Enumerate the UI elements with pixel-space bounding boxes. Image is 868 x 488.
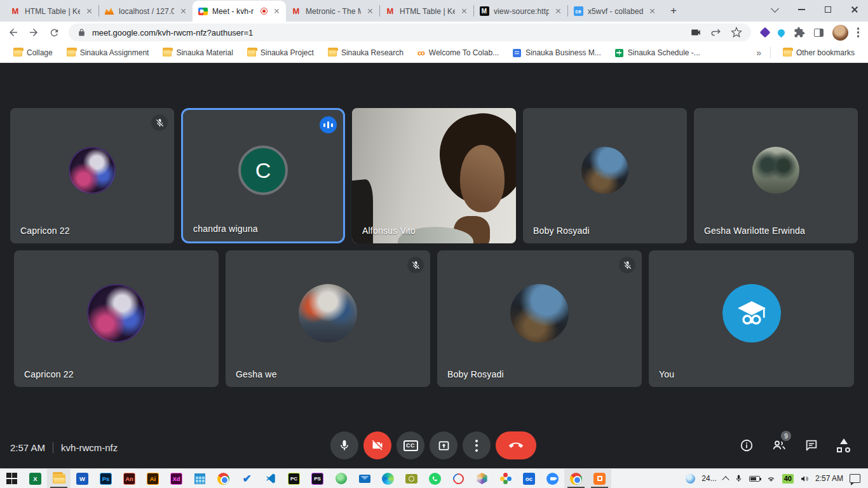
- participant-tile-capricon22-2[interactable]: Capricon 22: [14, 250, 219, 387]
- temperature-text[interactable]: 24...: [702, 474, 716, 483]
- extension-drop-icon[interactable]: [776, 27, 786, 37]
- profile-avatar[interactable]: [832, 25, 848, 41]
- taskbar-hexagon-app[interactable]: [470, 469, 494, 488]
- browser-menu-icon[interactable]: [857, 27, 860, 37]
- taskbar-red-app[interactable]: [447, 469, 470, 488]
- taskbar-chrome-2[interactable]: [564, 469, 588, 488]
- window-minimize-button[interactable]: [788, 0, 815, 19]
- forward-button[interactable]: [24, 23, 43, 42]
- tray-mic-icon[interactable]: [735, 474, 743, 483]
- participant-tile-chandra[interactable]: C chandra wiguna: [181, 108, 345, 243]
- camera-off-button[interactable]: [363, 431, 391, 459]
- tab-meet-active[interactable]: Meet - kvh-r: [193, 1, 286, 22]
- taskbar-file-explorer[interactable]: [47, 469, 71, 488]
- battery-icon[interactable]: [749, 476, 760, 482]
- taskbar-whatsapp[interactable]: [423, 469, 447, 488]
- microphone-button[interactable]: [330, 431, 358, 459]
- taskbar-opencart[interactable]: oc: [517, 469, 541, 488]
- bookmarks-overflow-chevron[interactable]: »: [752, 48, 765, 58]
- activities-button[interactable]: [836, 438, 851, 453]
- tab-html-table-1[interactable]: M HTML Table | Kee: [5, 1, 98, 22]
- chat-button[interactable]: [804, 438, 819, 453]
- tab-close-icon[interactable]: [272, 7, 281, 16]
- start-button[interactable]: [0, 469, 24, 488]
- taskbar-clock[interactable]: 2:57 AM: [815, 474, 843, 483]
- bookmark-star-icon[interactable]: [731, 27, 742, 38]
- participant-count-badge: 9: [781, 431, 791, 441]
- other-bookmarks-folder[interactable]: Other bookmarks: [776, 45, 862, 60]
- weather-icon[interactable]: [686, 474, 695, 484]
- taskbar-word[interactable]: W: [71, 469, 94, 488]
- back-button[interactable]: [4, 23, 23, 42]
- participant-tile-gesha-we[interactable]: Gesha we: [226, 250, 430, 387]
- participant-tile-you[interactable]: You: [649, 250, 854, 387]
- taskbar-flower-app[interactable]: [494, 469, 517, 488]
- bookmark-sinauka-research[interactable]: Sinauka Research: [321, 45, 410, 60]
- taskbar-animate[interactable]: An: [118, 469, 141, 488]
- new-tab-button[interactable]: +: [665, 3, 682, 19]
- taskbar-calendar[interactable]: [188, 469, 212, 488]
- tab-close-icon[interactable]: [648, 7, 656, 16]
- taskbar-chrome[interactable]: [212, 469, 235, 488]
- taskbar-pycharm[interactable]: PC: [282, 469, 306, 488]
- extensions-puzzle-icon[interactable]: [794, 27, 805, 38]
- bookmark-welcome-colab[interactable]: co Welcome To Colab...: [410, 45, 506, 60]
- camera-in-use-icon[interactable]: [690, 27, 702, 38]
- meeting-details-button[interactable]: [739, 438, 754, 453]
- taskbar-xd[interactable]: Xd: [165, 469, 188, 488]
- side-panel-icon[interactable]: [814, 29, 824, 37]
- taskbar-edge[interactable]: [376, 469, 400, 488]
- address-bar[interactable]: meet.google.com/kvh-rwcm-nfz?authuser=1: [69, 24, 751, 41]
- tab-close-icon[interactable]: [365, 7, 374, 16]
- tab-collabedit[interactable]: ce x5wvf - collabedi: [568, 1, 661, 22]
- hidden-icons-chevron[interactable]: [722, 476, 729, 483]
- participant-tile-gesha-w[interactable]: Gesha Warilotte Erwinda: [694, 108, 858, 243]
- tab-metronic[interactable]: M Metronic - The M: [286, 1, 379, 22]
- taskbar-screenshot-app[interactable]: [400, 469, 423, 488]
- extension-diamond-icon[interactable]: [759, 27, 770, 38]
- bookmark-sinauka-project[interactable]: Sinauka Project: [240, 45, 321, 60]
- wifi-icon[interactable]: [766, 475, 776, 482]
- bookmark-sinauka-schedule[interactable]: Sinauka Schedule -...: [608, 45, 707, 60]
- taskbar-excel[interactable]: X: [24, 469, 47, 488]
- leave-call-button[interactable]: [496, 431, 536, 459]
- taskbar-xampp[interactable]: [588, 469, 611, 488]
- bookmark-sinauka-assignment[interactable]: Sinauka Assignment: [60, 45, 156, 60]
- participant-tile-capricon22[interactable]: Capricon 22: [10, 108, 174, 243]
- bookmark-sinauka-material[interactable]: Sinauka Material: [156, 45, 240, 60]
- taskbar-illustrator[interactable]: Ai: [141, 469, 165, 488]
- tab-close-icon[interactable]: [553, 7, 562, 16]
- tab-close-icon[interactable]: [179, 7, 187, 16]
- present-button[interactable]: [430, 431, 458, 459]
- action-center-icon[interactable]: [850, 474, 860, 483]
- participant-tile-alfonsus[interactable]: Alfonsus Vito: [352, 108, 516, 243]
- chrome-icon: [217, 473, 229, 485]
- taskbar-mail[interactable]: [353, 469, 376, 488]
- xampp-icon: [593, 473, 606, 485]
- tab-html-table-2[interactable]: M HTML Table | Kee: [380, 1, 473, 22]
- tab-close-icon[interactable]: [459, 7, 468, 16]
- reload-button[interactable]: [44, 23, 64, 42]
- participant-tile-boby[interactable]: Boby Rosyadi: [523, 108, 687, 243]
- tab-view-source[interactable]: M view-source:http: [474, 1, 567, 22]
- more-options-button[interactable]: [463, 431, 491, 459]
- taskbar-zoom[interactable]: [541, 469, 564, 488]
- show-people-button[interactable]: 9: [771, 438, 787, 453]
- captions-button[interactable]: CC: [397, 431, 424, 459]
- taskbar-phpstorm[interactable]: PS: [306, 469, 329, 488]
- share-icon[interactable]: [710, 27, 722, 38]
- taskbar-green-app[interactable]: [329, 469, 353, 488]
- tab-search-chevron-icon[interactable]: [761, 0, 788, 19]
- taskbar-check-app[interactable]: ✔: [235, 469, 259, 488]
- taskbar-photoshop[interactable]: Ps: [94, 469, 118, 488]
- tab-localhost[interactable]: localhost / 127.0.: [99, 1, 193, 22]
- window-maximize-button[interactable]: [815, 0, 841, 19]
- volume-icon[interactable]: [800, 475, 809, 483]
- taskbar-vscode[interactable]: [259, 469, 282, 488]
- participant-tile-boby-2[interactable]: Boby Rosyadi: [437, 250, 642, 387]
- bookmark-collage[interactable]: Collage: [6, 45, 60, 60]
- battery-percent-badge[interactable]: 40: [782, 474, 794, 484]
- bookmark-sinauka-business[interactable]: Sinauka Business M...: [506, 45, 608, 60]
- window-close-button[interactable]: [841, 0, 868, 19]
- tab-close-icon[interactable]: [85, 7, 93, 16]
